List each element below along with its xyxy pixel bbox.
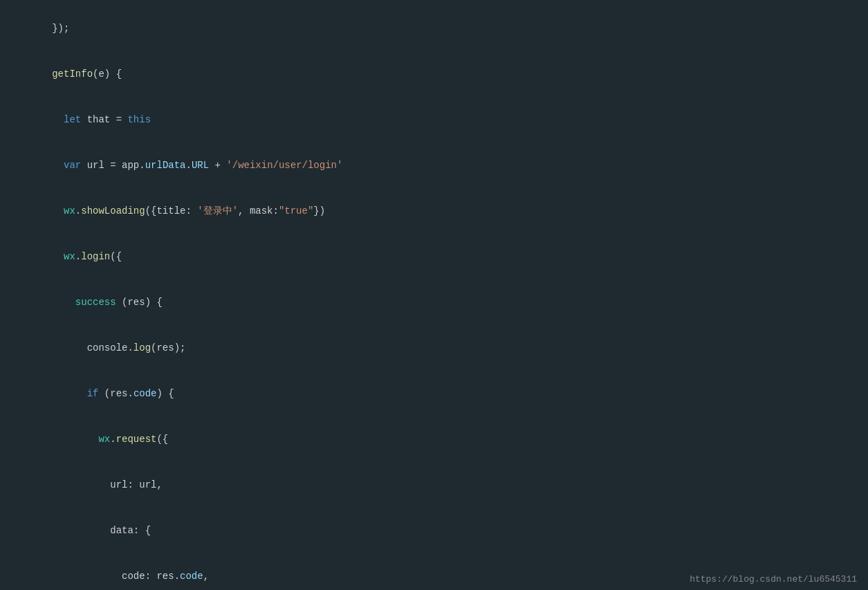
code-line-12: data: { — [0, 508, 868, 553]
code-block: }); getInfo(e) { let that = this var url… — [0, 0, 868, 590]
code-line-5: wx.showLoading({title: '登录中', mask:"true… — [0, 188, 868, 234]
footer-url: https://blog.csdn.net/lu6545311 — [690, 574, 857, 584]
code-line-1: }); — [0, 6, 868, 51]
code-line-13: code: res.code, — [0, 553, 868, 590]
code-line-4: var url = app.urlData.URL + '/weixin/use… — [0, 142, 868, 188]
code-line-8: console.log(res); — [0, 325, 868, 371]
code-line-7: success (res) { — [0, 279, 868, 325]
code-line-3: let that = this — [0, 97, 868, 142]
code-line-9: if (res.code) { — [0, 371, 868, 416]
code-line-10: wx.request({ — [0, 416, 868, 462]
code-line-6: wx.login({ — [0, 234, 868, 279]
code-line-2: getInfo(e) { — [0, 51, 868, 97]
code-editor: }); getInfo(e) { let that = this var url… — [0, 0, 868, 590]
code-line-11: url: url, — [0, 462, 868, 508]
